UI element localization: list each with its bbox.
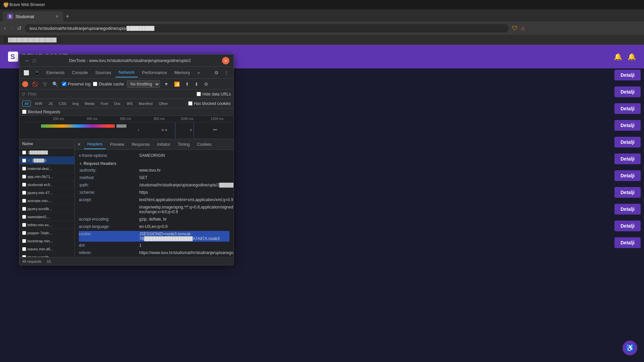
request-item-6[interactable]: animate.min-... xyxy=(19,197,74,205)
tab-elements[interactable]: Elements xyxy=(43,68,68,77)
request-headers-title[interactable]: ▼ Request Headers xyxy=(79,161,229,166)
detail-tab-cookies[interactable]: Cookies xyxy=(194,140,215,149)
request-item-10[interactable]: popper-7dafc... xyxy=(19,229,74,237)
request-checkbox-1[interactable] xyxy=(22,159,26,163)
request-item-9[interactable]: tether.min-ec... xyxy=(19,221,74,229)
throttling-arrow[interactable]: ▼ xyxy=(163,81,170,87)
blocked-requests-checkbox[interactable] xyxy=(22,110,26,114)
request-checkbox-10[interactable] xyxy=(22,231,26,235)
detalji-button-11[interactable]: Detalji xyxy=(614,237,641,248)
type-filter-ws[interactable]: WS xyxy=(124,101,135,107)
request-item-13[interactable]: jquery.scrollb... xyxy=(19,253,74,257)
request-checkbox-6[interactable] xyxy=(22,199,26,203)
type-filter-js[interactable]: JS xyxy=(46,101,55,107)
tab-memory[interactable]: Memory xyxy=(171,68,194,77)
preserve-log-checkbox[interactable] xyxy=(62,82,66,86)
filter-button[interactable]: ▽ xyxy=(42,81,48,87)
request-item-2[interactable]: material-desi... xyxy=(19,165,74,173)
request-item-7[interactable]: jquery.scrollb... xyxy=(19,205,74,213)
request-checkbox-0[interactable] xyxy=(22,150,26,155)
detail-tab-initiator[interactable]: Initiator xyxy=(154,140,173,149)
tab-console[interactable]: Console xyxy=(68,68,91,77)
search-button[interactable]: 🔍 xyxy=(51,81,59,87)
tab-performance[interactable]: Performance xyxy=(139,68,170,77)
disable-cache-checkbox[interactable] xyxy=(93,82,97,86)
address-bar[interactable] xyxy=(25,24,509,33)
detalji-button-3[interactable]: Detalji xyxy=(614,103,641,114)
hide-data-urls-label[interactable]: Hide data URLs xyxy=(197,92,231,97)
request-item-4[interactable]: studomat-ec9... xyxy=(19,181,74,189)
back-button[interactable]: ‹ xyxy=(3,24,7,33)
type-filter-font[interactable]: Font xyxy=(98,101,110,107)
blocked-requests-label[interactable]: Blocked Requests xyxy=(22,110,60,114)
request-checkbox-3[interactable] xyxy=(22,175,26,179)
request-item-0[interactable]: 2███████ xyxy=(19,148,74,157)
notification-icon[interactable]: 🔔 xyxy=(614,53,622,61)
devtools-menu-button[interactable]: ⋮ xyxy=(222,69,231,76)
type-filter-media[interactable]: Media xyxy=(82,101,97,107)
record-button[interactable] xyxy=(22,81,28,87)
bookmark-item[interactable]: █████████████████ xyxy=(3,36,61,44)
tab-network[interactable]: Network xyxy=(115,68,138,77)
network-settings-button[interactable]: ⚙ xyxy=(203,81,210,87)
request-item-12[interactable]: waves.min-d6... xyxy=(19,245,74,253)
bell-icon[interactable]: 🔔 xyxy=(628,53,636,61)
tab-more[interactable]: » xyxy=(194,68,203,77)
detalji-button-1[interactable]: Detalji xyxy=(614,70,641,80)
type-filter-img[interactable]: Img xyxy=(70,101,81,107)
detalji-button-9[interactable]: Detalji xyxy=(614,204,641,215)
request-checkbox-9[interactable] xyxy=(22,223,26,227)
devtools-maximize-button[interactable]: □ xyxy=(31,57,38,64)
type-filter-manifest[interactable]: Manifest xyxy=(137,101,155,107)
type-filter-xhr[interactable]: XHR xyxy=(32,101,45,107)
filter-input[interactable] xyxy=(28,92,68,97)
request-checkbox-4[interactable] xyxy=(22,183,26,187)
request-item-8[interactable]: sweetalert2.... xyxy=(19,213,74,221)
has-blocked-cookies-label[interactable]: Has blocked cookies xyxy=(188,101,231,106)
request-item-1[interactable]: ⊙ 2████B xyxy=(19,157,74,165)
detalji-button-2[interactable]: Detalji xyxy=(614,86,641,97)
detalji-button-10[interactable]: Detalji xyxy=(614,221,641,231)
detalji-button-6[interactable]: Detalji xyxy=(614,154,641,164)
request-item-5[interactable]: jquery.min-47... xyxy=(19,189,74,197)
inspect-icon-button[interactable]: ⬜ xyxy=(22,69,31,77)
detail-tab-preview[interactable]: Preview xyxy=(107,140,128,149)
import-button[interactable]: ⬆ xyxy=(184,81,191,87)
browser-tab-studomat[interactable]: S Studomat × xyxy=(3,11,63,21)
has-blocked-cookies-checkbox[interactable] xyxy=(188,101,193,106)
tab-close-button[interactable]: × xyxy=(56,14,58,19)
request-checkbox-12[interactable] xyxy=(22,247,26,251)
network-conditions-button[interactable]: 📶 xyxy=(173,81,181,87)
tab-sources[interactable]: Sources xyxy=(92,68,115,77)
detail-tab-headers[interactable]: Headers xyxy=(84,140,106,149)
detail-close-button[interactable]: × xyxy=(77,141,80,147)
accessibility-button[interactable]: ♿ xyxy=(623,341,637,355)
reload-button[interactable]: ↺ xyxy=(16,24,23,33)
throttling-select[interactable]: No throttling xyxy=(127,80,160,88)
request-item-3[interactable]: app.min-0b71... xyxy=(19,173,74,181)
detail-tab-response[interactable]: Response xyxy=(128,140,153,149)
forward-button[interactable]: › xyxy=(9,24,13,33)
detalji-button-7[interactable]: Detalji xyxy=(614,170,641,181)
devtools-settings-button[interactable]: ⚙ xyxy=(212,69,221,76)
devtools-minimize-button[interactable]: ─ xyxy=(23,57,31,64)
type-filter-css[interactable]: CSS xyxy=(56,101,69,107)
detalji-button-8[interactable]: Detalji xyxy=(614,187,641,198)
type-filter-all[interactable]: All xyxy=(22,101,31,107)
type-filter-doc[interactable]: Doc xyxy=(112,101,123,107)
detalji-button-4[interactable]: Detalji xyxy=(614,120,641,131)
new-tab-button[interactable]: + xyxy=(63,12,72,21)
request-checkbox-7[interactable] xyxy=(22,207,26,211)
detail-tab-timing[interactable]: Timing xyxy=(174,140,193,149)
request-checkbox-5[interactable] xyxy=(22,191,26,195)
request-checkbox-2[interactable] xyxy=(22,167,26,171)
request-checkbox-8[interactable] xyxy=(22,215,26,219)
preserve-log-label[interactable]: Preserve log xyxy=(62,82,90,86)
disable-cache-label[interactable]: Disable cache xyxy=(93,82,124,86)
devtools-close-button[interactable]: × xyxy=(222,57,229,64)
request-item-11[interactable]: bootstrap.min... xyxy=(19,237,74,245)
hide-data-urls-checkbox[interactable] xyxy=(197,92,201,96)
clear-button[interactable]: 🚫 xyxy=(31,81,39,87)
type-filter-other[interactable]: Other xyxy=(156,101,170,107)
request-checkbox-11[interactable] xyxy=(22,239,26,243)
